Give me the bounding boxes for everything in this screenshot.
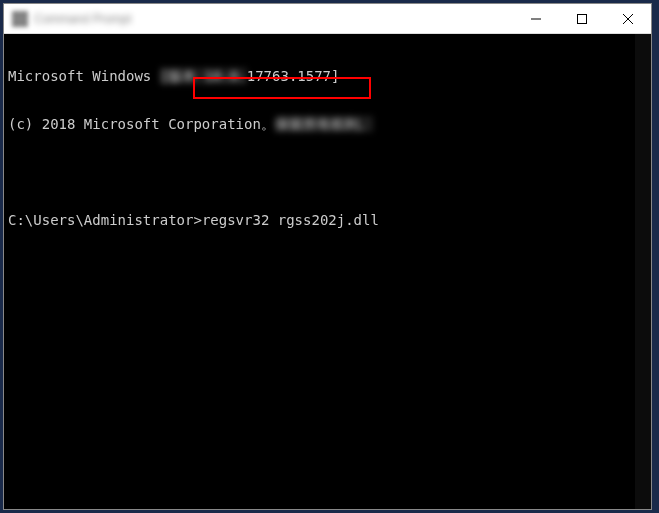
terminal-blank-line [4, 164, 651, 180]
cmd-icon [12, 11, 28, 27]
titlebar: Command Prompt [4, 4, 651, 34]
version-prefix: Microsoft Windows [8, 68, 160, 84]
window-title: Command Prompt [34, 12, 131, 26]
terminal-line-version: Microsoft Windows [版本 10.0.17763.1577] [4, 68, 651, 84]
maximize-button[interactable] [559, 4, 605, 33]
terminal-prompt-line: C:\Users\Administrator>regsvr32 rgss202j… [4, 212, 651, 228]
copyright-blurred: 保留所有权利。 [275, 116, 373, 132]
terminal-area[interactable]: Microsoft Windows [版本 10.0.17763.1577] (… [4, 34, 651, 509]
version-blurred: [版本 10.0. [160, 68, 247, 84]
svg-rect-1 [578, 14, 587, 23]
terminal-line-copyright: (c) 2018 Microsoft Corporation。保留所有权利。 [4, 116, 651, 132]
titlebar-left: Command Prompt [4, 11, 131, 27]
command-prompt-window: Command Prompt Microsoft Windows [版本 10.… [3, 3, 652, 510]
version-suffix: 17763.1577] [247, 68, 340, 84]
prompt-text: C:\Users\Administrator> [8, 212, 202, 228]
vertical-scrollbar[interactable] [635, 34, 651, 509]
window-controls [513, 4, 651, 33]
command-text: regsvr32 rgss202j.dll [202, 212, 379, 228]
copyright-prefix: (c) 2018 Microsoft Corporation。 [8, 116, 275, 132]
minimize-button[interactable] [513, 4, 559, 33]
close-button[interactable] [605, 4, 651, 33]
